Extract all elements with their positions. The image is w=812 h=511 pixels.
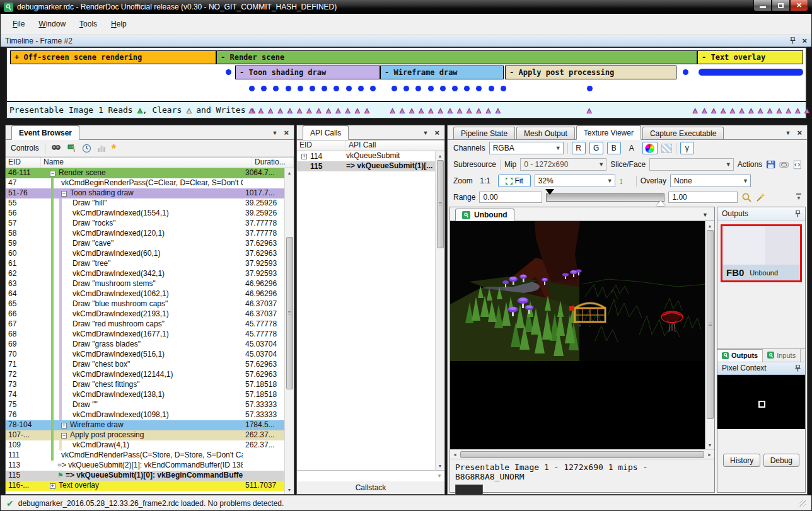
usage-triangle[interactable]: ▲ bbox=[767, 106, 772, 114]
timeline-marker[interactable]: - Wireframe draw bbox=[380, 66, 504, 79]
timeline-draw-dot[interactable] bbox=[392, 86, 397, 91]
event-row[interactable]: 46-111−Render scene3064.7... bbox=[6, 168, 284, 178]
usage-triangle[interactable]: ▲ bbox=[249, 106, 253, 114]
event-row[interactable]: 59Draw "cave"37.62963 bbox=[6, 239, 284, 249]
event-row[interactable]: 63Draw "mushroom stems"46.96296 bbox=[6, 279, 284, 289]
usage-triangle[interactable]: ▲ bbox=[278, 106, 282, 114]
timeline-draw-dot[interactable] bbox=[261, 86, 267, 91]
event-row[interactable]: 65Draw "blue mushroom caps"46.37037 bbox=[6, 299, 284, 309]
pixel-context-view[interactable] bbox=[717, 375, 805, 429]
goto-eid-icon[interactable] bbox=[67, 144, 76, 153]
timeline-draw-dot[interactable] bbox=[249, 86, 255, 91]
flip-y-icon[interactable]: ↕ bbox=[619, 176, 624, 186]
event-row[interactable]: 72vkCmdDrawIndexed(12144,1)57.62963 bbox=[6, 370, 284, 380]
api-calls-vscrollbar[interactable]: ▲ ▼ bbox=[435, 151, 444, 470]
tab-pipeline-state[interactable]: Pipeline State bbox=[453, 127, 515, 139]
autofit-magnifier-icon[interactable] bbox=[741, 192, 752, 203]
alpha-channel-button[interactable]: A bbox=[625, 142, 639, 154]
event-row[interactable]: 78-104+Wireframe draw1784.5... bbox=[6, 420, 284, 430]
timeline-draw-dot[interactable] bbox=[501, 86, 506, 91]
timeline-draw-dot[interactable] bbox=[358, 86, 364, 91]
usage-triangle[interactable]: ▲ bbox=[740, 106, 744, 114]
usage-triangle[interactable]: ▲ bbox=[496, 106, 500, 114]
open-in-code-icon[interactable] bbox=[793, 160, 801, 169]
panel-menu-icon[interactable]: ▼ bbox=[785, 130, 791, 136]
timeline-draw-dot[interactable] bbox=[322, 86, 327, 91]
tab-event-browser[interactable]: Event Browser bbox=[11, 125, 79, 140]
event-row[interactable]: 69Draw "grass blades"45.03704 bbox=[6, 340, 284, 350]
usage-triangle[interactable]: ▲ bbox=[438, 106, 443, 114]
zoom-fit-button[interactable]: Fit bbox=[498, 175, 531, 187]
usage-triangle[interactable]: ▲ bbox=[326, 106, 330, 114]
usage-triangle[interactable]: ▲ bbox=[336, 106, 340, 114]
tab-mesh-output[interactable]: Mesh Output bbox=[516, 127, 575, 139]
gamma-button[interactable]: γ bbox=[680, 142, 694, 154]
close-panel-icon[interactable]: × bbox=[797, 130, 802, 136]
maximize-button[interactable] bbox=[772, 0, 790, 11]
find-icon[interactable] bbox=[51, 144, 61, 152]
usage-triangle[interactable]: ▲ bbox=[400, 106, 404, 114]
usage-triangle[interactable]: ▲ bbox=[298, 106, 302, 114]
expander-icon[interactable]: − bbox=[61, 191, 67, 197]
bookmark-icon[interactable]: * bbox=[112, 146, 116, 152]
blue-channel-button[interactable]: B bbox=[607, 142, 621, 154]
usage-triangle[interactable]: ▲ bbox=[419, 106, 424, 114]
usage-triangle[interactable]: ▲ bbox=[287, 106, 292, 114]
timeline-draw-dot[interactable] bbox=[273, 86, 279, 91]
usage-triangle[interactable]: ▲ bbox=[721, 106, 725, 114]
usage-triangle[interactable]: ▲ bbox=[477, 106, 481, 114]
panel-menu-icon[interactable]: ▼ bbox=[422, 130, 428, 136]
open-link-icon[interactable] bbox=[779, 160, 789, 169]
range-slider[interactable] bbox=[546, 193, 664, 202]
timeline-draw-dot[interactable] bbox=[415, 86, 421, 91]
usage-triangle[interactable]: ▲ bbox=[693, 106, 697, 114]
timeline-draw-dot[interactable] bbox=[587, 86, 593, 91]
alpha-checkerboard-icon[interactable] bbox=[661, 144, 672, 153]
event-row[interactable]: 109vkCmdDraw(4,1)262.37... bbox=[6, 440, 284, 451]
usage-triangle[interactable]: ▲ bbox=[429, 106, 433, 114]
slice-face-combo[interactable]: ▼ bbox=[649, 158, 733, 171]
col-duration[interactable]: Duratio... bbox=[252, 158, 294, 168]
tab-inputs[interactable]: Inputs bbox=[763, 349, 801, 362]
usage-triangle[interactable]: ▲ bbox=[316, 106, 321, 114]
event-row[interactable]: 111vkCmdEndRenderPass(C=Store, D=Store, … bbox=[6, 451, 284, 461]
timeline-draw-dot[interactable] bbox=[683, 69, 688, 75]
green-channel-button[interactable]: G bbox=[589, 142, 603, 154]
event-row[interactable]: 56vkCmdDrawIndexed(1554,1)39.25926 bbox=[6, 209, 284, 219]
timeline-draw-dot[interactable] bbox=[334, 86, 339, 91]
expander-icon[interactable]: − bbox=[61, 433, 67, 439]
col-eid[interactable]: EID bbox=[297, 141, 346, 151]
usage-triangle[interactable]: ▲ bbox=[269, 106, 273, 114]
event-row[interactable]: 116-...+Text overlay511.7037 bbox=[6, 481, 284, 491]
event-row[interactable]: 71Draw "chest box"57.62963 bbox=[6, 360, 284, 370]
menu-window[interactable]: Window bbox=[33, 17, 71, 31]
usage-triangle[interactable]: ▲ bbox=[355, 106, 359, 114]
event-row[interactable]: 113=> vkQueueSubmit(2)[1]: vkEndCommandB… bbox=[6, 461, 284, 471]
tab-api-calls[interactable]: API Calls bbox=[303, 125, 349, 140]
usage-triangle[interactable]: ▲ bbox=[409, 106, 414, 114]
debug-button[interactable]: Debug bbox=[763, 454, 799, 467]
event-row[interactable]: 73Draw "chest fittings"57.18518 bbox=[6, 380, 284, 390]
col-api-call[interactable]: API Call bbox=[346, 141, 444, 151]
panel-menu-icon[interactable]: ▼ bbox=[272, 130, 277, 136]
timeline-draw-dot[interactable] bbox=[489, 86, 494, 91]
history-button[interactable]: History bbox=[723, 454, 760, 467]
event-row[interactable]: 76vkCmdDrawIndexed(1098,1)57.33333 bbox=[6, 410, 284, 420]
timeline-draw-dot[interactable] bbox=[226, 69, 231, 75]
event-row[interactable]: 55Draw "hill"39.25926 bbox=[6, 198, 284, 209]
expander-icon[interactable]: + bbox=[301, 154, 307, 159]
timeline-draw-dot[interactable] bbox=[286, 86, 291, 91]
col-name[interactable]: Name bbox=[41, 158, 252, 168]
callstack-combo[interactable]: ▼ bbox=[297, 470, 444, 481]
texture-hscrollbar[interactable]: ◄► bbox=[450, 449, 714, 459]
range-max-value[interactable]: 1.00 bbox=[668, 192, 738, 203]
usage-triangle[interactable]: ▲ bbox=[365, 106, 369, 114]
output-thumbnail-fb0[interactable]: FB0 Unbound bbox=[721, 224, 802, 282]
usage-triangle[interactable]: ▲ bbox=[448, 106, 452, 114]
event-row[interactable]: 75Draw ""57.33333 bbox=[6, 400, 284, 410]
resize-grip[interactable] bbox=[799, 500, 806, 507]
event-row[interactable]: 60vkCmdDrawIndexed(60,1)37.62963 bbox=[6, 249, 284, 259]
event-browser-vscrollbar[interactable]: ▲ ▼ bbox=[284, 168, 294, 494]
usage-triangle[interactable]: ▲ bbox=[258, 106, 263, 114]
timeline-draw-dot[interactable] bbox=[310, 86, 315, 91]
